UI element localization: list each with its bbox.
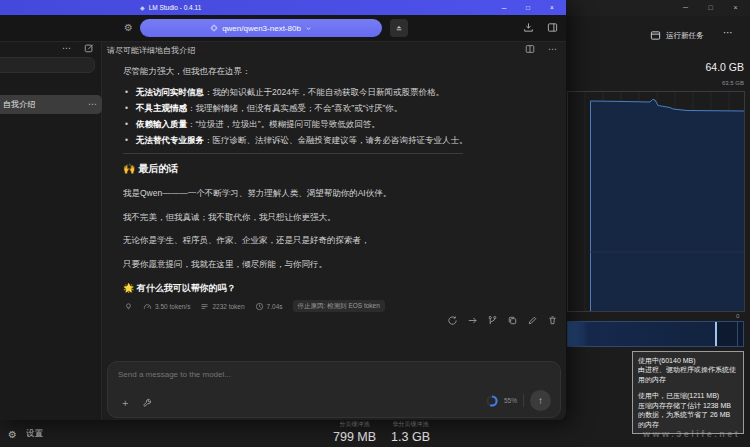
chip-icon <box>210 24 218 32</box>
tooltip-used-title: 使用中(60140 MB) <box>638 356 738 365</box>
bullet-item: •不具主观情感：我理解情绪，但没有真实感受；不会“喜欢”或“讨厌”你。 <box>123 100 468 116</box>
send-button[interactable]: ↑ <box>530 390 551 411</box>
message-paragraph: 我是Qwen———一个不断学习、努力理解人类、渴望帮助你的AI伙伴。 <box>123 188 391 198</box>
chevron-down-icon <box>305 25 312 32</box>
lm-maximize-button[interactable]: □ <box>516 0 540 15</box>
taskmanager-window-controls: ─ □ × <box>673 0 748 16</box>
message-divider <box>123 153 463 154</box>
eject-model-button[interactable] <box>390 19 408 37</box>
model-selector-label: qwen/qwen3-next-80b <box>222 24 301 33</box>
chat-header-icons: ⋯ <box>525 44 557 54</box>
bullet-item: •依赖输入质量：“垃圾进，垃圾出”。模糊提问可能导致低效回答。 <box>123 116 468 132</box>
tooltip-compressed-desc: 压缩内存存储了估计 1238 MB 的数据，为系统节省了 26 MB 的内存 <box>638 401 738 429</box>
tm-settings-button[interactable]: ⚙ 设置 <box>8 428 43 440</box>
new-chat-icon[interactable] <box>84 43 94 53</box>
message-paragraphs: 我是Qwen———一个不断学习、努力理解人类、渴望帮助你的AI伙伴。我不完美，但… <box>123 188 391 282</box>
list-icon <box>200 302 209 311</box>
model-settings-gear-icon[interactable]: ⚙ <box>124 22 133 33</box>
chat-pane: 请尽可能详细地自我介绍 ⋯ 尽管能力强大，但我也存在边界： •无法访问实时信息：… <box>103 42 566 420</box>
memory-usage-area <box>590 100 744 313</box>
message-bullets: •无法访问实时信息：我的知识截止于2024年，不能自动获取今日新闻或股票价格。•… <box>123 84 468 148</box>
watermark-text: www.3elife.net <box>643 429 740 439</box>
lm-minimize-button[interactable]: ─ <box>492 0 516 15</box>
input-divider <box>523 394 524 407</box>
memory-pool: 分页缓冲池799 MB <box>333 420 376 444</box>
sidebar-search-input[interactable] <box>0 57 95 73</box>
toolbar-right-icons <box>523 22 558 33</box>
window-title: ◆ LM Studio - 0.4.11 <box>140 0 201 15</box>
tm-more-button[interactable]: ⋯ <box>723 27 734 38</box>
memory-pools: 分页缓冲池799 MB非分页缓冲池1.3 GB <box>333 420 430 444</box>
graph-axis-zero-label: 0 <box>736 313 739 319</box>
message-paragraph: 我不完美，但我真诚；我不取代你，我只想让你更强大。 <box>123 212 391 222</box>
gauge-icon <box>143 302 152 311</box>
chat-more-button[interactable]: ⋯ <box>548 44 557 54</box>
tm-minimize-button[interactable]: ─ <box>673 0 698 16</box>
screenshot-stage: ─ □ × 运行新任务 ⋯ 64.0 GB 63.5 GB 0 <box>0 0 750 447</box>
tooltip-compressed-title: 使用中，已压缩(1211 MB) <box>638 391 738 400</box>
tm-close-button[interactable]: × <box>723 0 748 16</box>
stop-reason-badge: 停止原因: 检测到 EOS token <box>293 300 385 312</box>
message-intro: 尽管能力强大，但我也存在边界： <box>123 66 251 78</box>
clock-icon <box>255 302 264 311</box>
panel-toggle-icon[interactable] <box>547 22 558 33</box>
sidebar-more-button[interactable]: ⋯ <box>62 43 72 53</box>
message-closing: 🌟 有什么我可以帮你的吗？ <box>123 282 236 295</box>
memory-scale-top-label: 63.5 GB <box>722 80 744 86</box>
copy-icon[interactable] <box>507 315 518 326</box>
chat-item-title: 自我介绍 <box>3 95 35 114</box>
speed-stat: 3.50 token/s <box>143 302 190 311</box>
lmstudio-window: ◆ LM Studio - 0.4.11 ─ □ × ⚙ qwen/qwen3-… <box>0 0 566 420</box>
regenerate-icon[interactable] <box>447 315 458 326</box>
memory-in-use-segment <box>568 322 715 346</box>
continue-arrow-icon[interactable] <box>467 315 478 326</box>
run-new-task-label: 运行新任务 <box>666 31 704 41</box>
tm-settings-label: 设置 <box>26 428 43 440</box>
memory-tooltip: 使用中(60140 MB) 由进程、驱动程序或操作系统使用的内存 使用中，已压缩… <box>632 351 744 434</box>
edit-pencil-icon[interactable] <box>527 315 538 326</box>
lmstudio-window-controls: ─ □ × <box>492 0 564 15</box>
memory-composition-bar[interactable] <box>567 321 744 347</box>
generation-stats: 3.50 token/s 2232 token 7.04s <box>124 300 385 312</box>
sidebar-header: ⋯ <box>62 43 94 53</box>
token-count-stat: 2232 token <box>200 302 244 311</box>
message-input-box[interactable]: ＋ 55% ↑ <box>107 361 561 418</box>
lmstudio-logo-icon: ◆ <box>140 4 145 11</box>
context-usage-label: 55% <box>504 397 517 404</box>
lmstudio-titlebar: ◆ LM Studio - 0.4.11 ─ □ × <box>0 0 566 15</box>
bullet-item: •无法访问实时信息：我的知识截止于2024年，不能自动获取今日新闻或股票价格。 <box>123 84 468 100</box>
run-new-task-button[interactable]: 运行新任务 <box>650 30 704 41</box>
context-progress-ring <box>486 395 498 407</box>
lm-close-button[interactable]: × <box>540 0 564 15</box>
wrench-icon[interactable] <box>142 398 152 408</box>
columns-icon[interactable] <box>525 44 535 54</box>
memory-pool: 非分页缓冲池1.3 GB <box>391 420 430 444</box>
sidebar-chat-item[interactable]: 自我介绍 ⋯ <box>0 95 102 114</box>
new-task-icon <box>650 30 661 41</box>
message-paragraph: 无论你是学生、程序员、作家、企业家，还是只是好奇的探索者， <box>123 235 391 245</box>
download-icon[interactable] <box>523 22 534 33</box>
message-paragraph: 只要你愿意提问，我就在这里，倾尽所能，与你同行。 <box>123 259 391 269</box>
duration-stat: 7.04s <box>255 302 283 311</box>
tm-maximize-button[interactable]: □ <box>698 0 723 16</box>
input-left-icons: ＋ <box>120 398 152 408</box>
delete-trash-icon[interactable] <box>547 315 558 326</box>
memory-modified-segment <box>717 322 738 346</box>
chat-sidebar: ⋯ 自我介绍 ⋯ <box>0 42 102 420</box>
message-final-heading: 🙌 最后的话 <box>123 162 178 176</box>
bullet-item: •无法替代专业服务：医疗诊断、法律诉讼、金融投资建议等，请务必咨询持证专业人士。 <box>123 132 468 148</box>
lmstudio-toolbar: ⚙ qwen/qwen3-next-80b <box>0 15 566 42</box>
input-right-cluster: 55% ↑ <box>486 390 551 411</box>
message-input[interactable] <box>118 370 418 379</box>
insight-bulb-icon[interactable] <box>124 302 133 311</box>
model-selector[interactable]: qwen/qwen3-next-80b <box>140 19 382 37</box>
attach-plus-icon[interactable]: ＋ <box>120 398 130 408</box>
chat-item-more-button[interactable]: ⋯ <box>88 95 97 114</box>
memory-usage-graph <box>567 91 745 312</box>
chat-header-title: 请尽可能详细地自我介绍 <box>107 45 195 56</box>
branch-icon[interactable] <box>487 315 498 326</box>
tooltip-used-desc: 由进程、驱动程序或操作系统使用的内存 <box>638 365 738 384</box>
gear-icon: ⚙ <box>8 429 17 440</box>
memory-total-value: 64.0 GB <box>705 61 744 73</box>
message-actions <box>447 315 558 326</box>
